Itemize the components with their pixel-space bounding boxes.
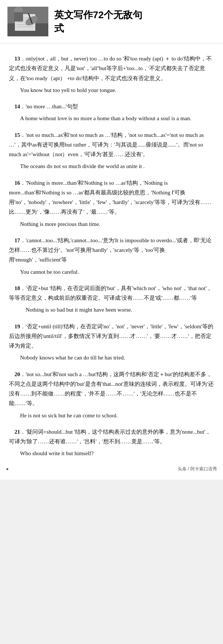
main-card: 英文写作72个无敌句 式 13．only(not，all，but，never) … [0,0,223,480]
section-14-example: A home without love is no more a home th… [9,114,214,123]
section-20-example: He is not so sick but he can come to sch… [9,411,214,420]
section-15-example: The oceans do not so much divide the wor… [9,161,214,171]
footer-left: ● [6,466,9,472]
section-21-example: Who should write it but himself? [9,448,214,458]
header-title: 英文写作72个无敌句 式 [54,8,142,35]
section-16: 16．'Nothing is more...than'和'Nothing is … [9,178,214,229]
section-16-example: Nothing is more precious than time. [9,219,214,229]
section-15-label: 15．'not so much...as'和'not so much as …'… [9,130,214,160]
section-14: 14．'no more …than...'句型 A home without l… [9,102,214,124]
section-13-example: You know but too yell to hold your tongu… [9,85,214,95]
section-18-example: Nothing is so bad but it might have been… [9,305,214,315]
section-21: 21．'疑问词+should...but '结构，这个结构表示过去的意外的事，意… [9,427,214,459]
svg-rect-12 [14,12,23,22]
section-15: 15．'not so much...as'和'not so much as …'… [9,130,214,171]
section-20: 20．'not so...but'和'not such a …but'结构，这两… [9,369,214,420]
header-image [7,7,48,36]
content-area: 13．only(not，all，but，never) too …to do so… [0,43,223,464]
section-21-label: 21．'疑问词+should...but '结构，这个结构表示过去的意外的事，意… [9,427,214,447]
footer-right: 头条 / 阿卡索口语秀 [178,466,217,472]
footer-bar: ● 头条 / 阿卡索口语秀 [0,464,223,472]
section-13-label: 13．only(not，all，but，never) too …to do so… [9,54,214,83]
section-14-label: 14．'no more …than...'句型 [9,102,214,111]
section-17-example: You cannot be too careful. [9,267,214,277]
section-17: 17．'cannot...too...'结构,'cannot...too...'… [9,236,214,277]
section-19-label: 19．'否定+until (till)'结构，在否定词'no'，'not'，'n… [9,322,214,351]
header: 英文写作72个无敌句 式 [0,0,223,43]
section-18-label: 18．'否定+but '结构，在否定词后面的'but'，具有'which not… [9,283,214,303]
section-19: 19．'否定+until (till)'结构，在否定词'no'，'not'，'n… [9,322,214,363]
section-16-label: 16．'Nothing is more...than'和'Nothing is … [9,178,214,217]
section-19-example: Nobody knows what he can do till he has … [9,353,214,362]
section-13: 13．only(not，all，but，never) too …to do so… [9,54,214,95]
section-18: 18．'否定+but '结构，在否定词后面的'but'，具有'which not… [9,283,214,315]
section-17-label: 17．'cannot...too...'结构,'cannot...too...'… [9,236,214,265]
section-20-label: 20．'not so...but'和'not such a …but'结构，这两… [9,369,214,408]
